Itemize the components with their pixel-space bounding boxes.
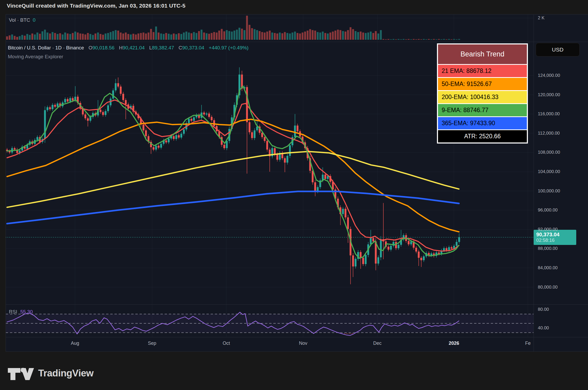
candles-layer xyxy=(6,67,460,284)
price-axis-tick[interactable]: 96,000.00 xyxy=(538,208,558,213)
price-axis-tick[interactable]: 104,000.00 xyxy=(538,169,560,174)
close-value: 90,373.04 xyxy=(182,45,204,50)
price-axis-tick[interactable]: 108,000.00 xyxy=(538,150,560,155)
price-axis-tick[interactable]: 80,000.00 xyxy=(538,285,558,290)
volume-axis-tick[interactable]: 2 K xyxy=(538,15,545,21)
price-axis-tick[interactable]: 120,000.00 xyxy=(538,92,560,98)
rsi-label: RSI xyxy=(9,309,17,314)
legend-row-ema200: 200-EMA: 100416.33 xyxy=(438,91,527,103)
open-value: 90,018.56 xyxy=(93,45,115,50)
tradingview-logo-text: TradingView xyxy=(38,368,94,379)
legend-row-ema365: 365-EMA: 97433.90 xyxy=(438,117,527,129)
low-value: 89,382.47 xyxy=(152,45,174,50)
tradingview-chart-widget: VinceQuill created with TradingView.com,… xyxy=(0,0,588,390)
tradingview-logo-icon xyxy=(7,365,34,381)
price-axis-tick[interactable]: 116,000.00 xyxy=(538,111,560,117)
time-axis-label-2026[interactable]: 2026 xyxy=(449,341,459,346)
legend-row-atr: ATR: 2520.66 xyxy=(438,130,527,142)
time-axis-label-Nov[interactable]: Nov xyxy=(299,341,307,346)
ema-lines-layer xyxy=(7,86,459,258)
price-axis-tick[interactable]: 112,000.00 xyxy=(538,131,560,136)
legend-row-ema9: 9-EMA: 88746.77 xyxy=(438,104,527,116)
last-price-value: 90,373.04 xyxy=(536,232,576,238)
price-axis-tick[interactable]: 124,000.00 xyxy=(538,73,560,78)
change-value: +440.97 (+0.49%) xyxy=(209,45,249,50)
time-axis-label-Oct[interactable]: Oct xyxy=(223,341,230,346)
symbol-ohlc-row[interactable]: Bitcoin / U.S. Dollar · 1D · Binance O90… xyxy=(8,45,249,51)
price-axis-tick[interactable]: 84,000.00 xyxy=(538,265,558,271)
rsi-axis-tick[interactable]: 80.00 xyxy=(538,307,549,312)
trend-status-badge: Bearish Trend xyxy=(438,44,527,64)
time-axis-label-Fe[interactable]: Fe xyxy=(525,341,531,346)
bar-countdown: 02:58:16 xyxy=(536,238,576,243)
high-value: 90,421.04 xyxy=(123,45,145,50)
ema-legend-box: Bearish Trend 21 EMA: 88678.12 50-EMA: 9… xyxy=(437,43,528,144)
price-axis-tick[interactable]: 92,000.00 xyxy=(538,227,558,232)
volume-label: Vol · BTC xyxy=(9,17,30,23)
price-axis-tick[interactable]: 88,000.00 xyxy=(538,246,558,251)
attribution-header: VinceQuill created with TradingView.com,… xyxy=(7,3,186,9)
legend-row-ema21: 21 EMA: 88678.12 xyxy=(438,65,527,77)
tradingview-logo[interactable]: TradingView xyxy=(7,365,94,381)
high-label: H xyxy=(119,45,123,50)
ema9-line xyxy=(7,86,459,258)
rsi-indicator-label[interactable]: RSI55.30 xyxy=(9,309,33,315)
volume-indicator-label[interactable]: Vol · BTC0 xyxy=(9,17,36,23)
symbol-title: Bitcoin / U.S. Dollar · 1D · Binance xyxy=(8,45,84,50)
volume-value: 0 xyxy=(33,17,36,23)
legend-row-ema50: 50-EMA: 91526.67 xyxy=(438,78,527,90)
indicator-name-label[interactable]: Moving Average Explorer xyxy=(8,54,63,60)
time-axis-label-Sep[interactable]: Sep xyxy=(148,341,156,346)
currency-toggle-button[interactable]: USD xyxy=(536,43,580,56)
rsi-band-layer xyxy=(6,314,534,332)
time-axis-label-Dec[interactable]: Dec xyxy=(373,341,382,346)
ema365-line xyxy=(7,191,459,223)
close-label: C xyxy=(178,45,182,50)
low-label: L xyxy=(149,45,152,50)
volume-bars-layer xyxy=(6,16,460,40)
price-axis-tick[interactable]: 100,000.00 xyxy=(538,188,560,194)
time-axis-label-Aug[interactable]: Aug xyxy=(71,341,79,346)
open-label: O xyxy=(89,45,93,50)
rsi-axis-tick[interactable]: 40.00 xyxy=(538,325,549,331)
rsi-value: 55.30 xyxy=(20,309,33,314)
